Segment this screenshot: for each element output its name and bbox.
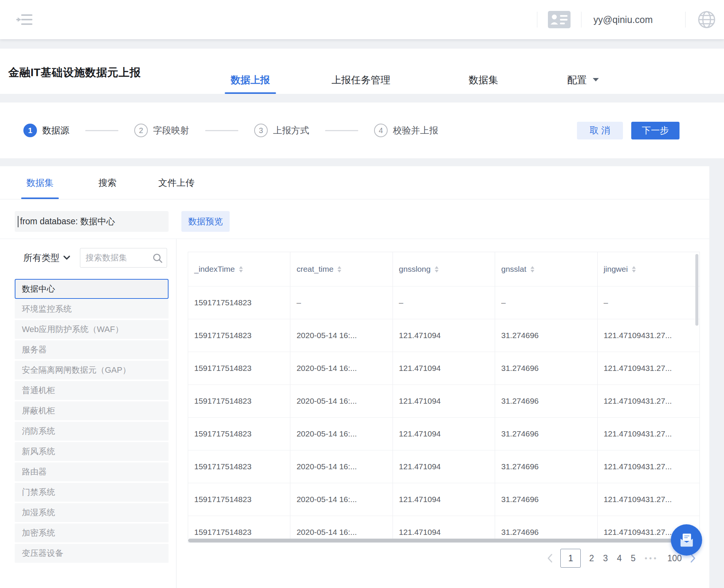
text-cursor <box>18 216 18 227</box>
table-cell: 121.47109431.27... <box>597 352 699 384</box>
table-cell: 2020-05-14 16:... <box>290 483 392 516</box>
column-header-jingwei[interactable]: jingwei <box>597 252 699 286</box>
dataset-item[interactable]: 服务器 <box>15 340 169 359</box>
page-number[interactable]: 2 <box>589 553 594 564</box>
table-cell: 121.47109431.27... <box>597 483 699 516</box>
feedback-mail-button[interactable] <box>671 524 702 556</box>
subtab-file-upload[interactable]: 文件上传 <box>153 166 200 199</box>
tab-report-task-management[interactable]: 上报任务管理 <box>331 74 390 94</box>
step-field-mapping: 2 字段映射 <box>134 124 189 137</box>
id-card-icon[interactable] <box>547 10 571 29</box>
dataset-item[interactable]: 安全隔离网闸数据元（GAP） <box>15 361 169 380</box>
globe-icon[interactable] <box>697 10 716 29</box>
tab-config[interactable]: 配置 <box>567 74 599 94</box>
page-number[interactable]: 3 <box>603 553 608 564</box>
type-filter-dropdown[interactable]: 所有类型 <box>23 248 70 268</box>
subtab-search[interactable]: 搜索 <box>93 166 122 199</box>
page-number[interactable]: 5 <box>631 553 636 564</box>
dataset-item[interactable]: 加湿系统 <box>15 503 169 522</box>
step-report-method: 3 上报方式 <box>254 124 309 137</box>
tab-label: 配置 <box>567 74 587 87</box>
table-cell: – <box>393 286 495 319</box>
tab-dataset[interactable]: 数据集 <box>469 74 498 94</box>
dataset-item[interactable]: 环境监控系统 <box>15 300 169 318</box>
data-preview-button[interactable]: 数据预览 <box>181 211 230 232</box>
step-number: 4 <box>374 124 388 137</box>
more-pages-icon[interactable]: ••• <box>645 554 658 563</box>
table-header-row: _indexTimecreat_timegnsslonggnsslatjingw… <box>188 252 699 286</box>
dataset-item[interactable]: 新风系统 <box>15 442 169 461</box>
step-connector <box>85 130 118 131</box>
tab-data-report[interactable]: 数据上报 <box>231 74 270 94</box>
column-header-creat_time[interactable]: creat_time <box>290 252 392 286</box>
page-current[interactable]: 1 <box>560 549 581 568</box>
dataset-item[interactable]: 消防系统 <box>15 422 169 441</box>
page-last[interactable]: 100 <box>667 553 682 564</box>
step-label: 上报方式 <box>273 124 309 136</box>
table-cell: 2020-05-14 16:... <box>290 385 392 417</box>
dataset-item[interactable]: 普通机柜 <box>15 381 169 400</box>
cancel-button[interactable]: 取 消 <box>577 122 623 139</box>
sort-icon[interactable] <box>337 266 341 273</box>
column-header-_indexTime[interactable]: _indexTime <box>188 252 290 286</box>
dataset-item[interactable]: 数据中心 <box>15 279 169 299</box>
dataset-item[interactable]: Web应用防护系统（WAF） <box>15 320 169 339</box>
next-step-button[interactable]: 下一步 <box>631 122 680 139</box>
sort-icon[interactable] <box>239 266 243 273</box>
tab-label: 数据上报 <box>231 74 270 87</box>
table-cell: 31.274696 <box>495 483 597 516</box>
table-row: 15917175148232020-05-14 16:...121.471094… <box>188 384 699 417</box>
table-cell: 2020-05-14 16:... <box>290 319 392 352</box>
column-label: gnsslat <box>501 265 526 274</box>
table-cell: 31.274696 <box>495 319 597 352</box>
sort-icon[interactable] <box>632 266 636 273</box>
table-cell: 121.471094 <box>393 352 495 384</box>
sort-icon[interactable] <box>435 266 439 273</box>
chevron-down-icon <box>593 78 599 81</box>
divider <box>581 12 581 28</box>
subtab-dataset[interactable]: 数据集 <box>21 166 59 199</box>
search-icon[interactable] <box>152 253 163 263</box>
step-verify-and-report: 4 校验并上报 <box>374 124 438 137</box>
prev-page-icon[interactable] <box>547 553 553 563</box>
query-input[interactable]: from database: 数据中心 <box>15 211 169 232</box>
dataset-item[interactable]: 屏蔽机柜 <box>15 401 169 420</box>
dataset-item[interactable]: 变压器设备 <box>15 544 169 563</box>
table-row: 15917175148232020-05-14 16:...121.471094… <box>188 483 699 516</box>
collapse-sidebar-icon[interactable] <box>14 9 35 30</box>
page-title: 金融IT基础设施数据元上报 <box>8 65 141 80</box>
table-cell: – <box>597 286 699 319</box>
data-preview-table: _indexTimecreat_timegnsslonggnsslatjingw… <box>188 252 700 543</box>
table-cell: 121.471094 <box>393 483 495 516</box>
page-number[interactable]: 4 <box>617 553 622 564</box>
table-body: 1591717514823––––15917175148232020-05-14… <box>188 286 699 543</box>
table-cell: 121.47109431.27... <box>597 450 699 483</box>
table-row: 15917175148232020-05-14 16:...121.471094… <box>188 352 699 384</box>
panel-divider <box>176 239 176 588</box>
sort-icon[interactable] <box>531 266 534 273</box>
dataset-search-box <box>80 248 167 268</box>
stepper-card: 1 数据源 2 字段映射 3 上报方式 4 校验并上报 取 消 下一步 <box>0 103 724 158</box>
table-cell: 2020-05-14 16:... <box>290 450 392 483</box>
table-cell: 121.47109431.27... <box>597 385 699 417</box>
subtab-label: 搜索 <box>98 177 117 189</box>
table-cell: 121.47109431.27... <box>597 319 699 352</box>
table-cell: 121.47109431.27... <box>597 418 699 450</box>
dataset-item[interactable]: 加密系统 <box>15 524 169 542</box>
step-label: 校验并上报 <box>393 124 438 136</box>
account-email[interactable]: yy@qiniu.com <box>594 14 653 25</box>
horizontal-scrollbar[interactable] <box>188 539 699 542</box>
table-cell: – <box>290 286 392 319</box>
dataset-item[interactable]: 门禁系统 <box>15 483 169 502</box>
table-cell: 1591717514823 <box>188 450 290 483</box>
column-header-gnsslong[interactable]: gnsslong <box>393 252 495 286</box>
column-header-gnsslat[interactable]: gnsslat <box>495 252 597 286</box>
vertical-scrollbar[interactable] <box>695 254 698 326</box>
step-number: 2 <box>134 124 148 137</box>
table-cell: 31.274696 <box>495 450 597 483</box>
table-cell: 1591717514823 <box>188 418 290 450</box>
dataset-item[interactable]: 路由器 <box>15 462 169 481</box>
tab-label: 上报任务管理 <box>331 74 390 87</box>
step-connector <box>205 130 238 131</box>
table-cell: 121.471094 <box>393 319 495 352</box>
